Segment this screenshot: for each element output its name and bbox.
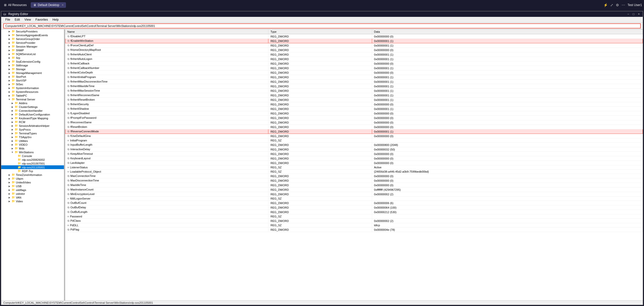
tree-item-StillImage[interactable]: ▶📁StillImage [1, 63, 64, 67]
tree-item-rdp-sxs201007001[interactable]: 📁rdp-sxs201007001 [1, 162, 64, 165]
expand-icon[interactable]: ⤢ [610, 3, 613, 7]
tree-item-SQMServiceList[interactable]: ▶📁SQMServiceList [1, 52, 64, 56]
tree-item-SystemResources[interactable]: ▶📁SystemResources [1, 90, 64, 94]
power-icon[interactable]: ⚡ [603, 3, 608, 7]
expand-icon-SystemResources[interactable]: ▶ [7, 91, 11, 93]
table-row[interactable]: ≡PdDLLREG_SZtdtcp [65, 223, 643, 227]
expand-icon-TabletPC[interactable]: ▶ [7, 94, 11, 97]
tree-item-rdp-sxs201105001[interactable]: 📁rdp-sxs201105001 [1, 165, 64, 169]
expand-icon-StorageManagement[interactable]: ▶ [7, 72, 11, 74]
expand-icon-TSAppSrv[interactable]: ▶ [10, 136, 14, 138]
expand-icon-DefaultUserConfiguration[interactable]: ▶ [10, 113, 14, 116]
tree-item-SessionManager[interactable]: ▶📁Session Manager [1, 45, 64, 48]
table-row[interactable]: ⧉fReconnectSameREG_DWORD0x00000000 (0) [65, 120, 643, 125]
expand-icon-UnitedVideo[interactable]: ▶ [7, 181, 11, 184]
tree-item-SecurityProviders[interactable]: ▶📁SecurityProviders [1, 29, 64, 33]
tree-item-TabletPC[interactable]: ▶📁TabletPC [1, 94, 64, 97]
expand-icon-ConnectionHandler[interactable]: ▶ [10, 109, 14, 112]
expand-icon-Storage[interactable]: ▶ [7, 68, 11, 70]
expand-icon-ServiceAggregatedEvents[interactable]: ▶ [7, 34, 11, 36]
table-row[interactable]: ⧉fEnableWinStationREG_DWORD0x00000001 (1… [65, 39, 643, 43]
expand-icon-Addins[interactable]: ▶ [10, 102, 14, 104]
table-row[interactable]: ⧉fInheritInitialProgramREG_DWORD0x000000… [65, 75, 643, 80]
expand-icon-Utilities[interactable]: ▶ [10, 140, 14, 142]
more-icon[interactable]: ⋯ [622, 3, 625, 7]
expand-icon-SNMP[interactable]: ▶ [7, 49, 11, 52]
tree-item-UnitedVideo[interactable]: ▶📁UnitedVideo [1, 180, 64, 184]
menubar-item-file[interactable]: File [3, 17, 12, 22]
expand-icon-Ubpm[interactable]: ▶ [7, 177, 11, 180]
table-row[interactable]: ⧉OutBufCountREG_DWORD0x00000006 (6) [65, 201, 643, 205]
menubar-item-favorites[interactable]: Favorites [33, 17, 50, 22]
tree-item-StSec[interactable]: ▶📁StSec [1, 82, 64, 86]
tree-item-Addins[interactable]: ▶📁Addins [1, 101, 64, 105]
table-row[interactable]: ⧉KeyboardLayoutREG_DWORD0x00000000 (0) [65, 156, 643, 161]
tree-item-SrpExtensionConfig[interactable]: ▶📁SrpExtensionConfig [1, 60, 64, 63]
expand-icon-SecurityProviders[interactable]: ▶ [7, 30, 11, 33]
tree-item-VAN[interactable]: ▶📁VAN [1, 196, 64, 199]
expand-icon-Video[interactable]: ▶ [7, 200, 11, 203]
table-row[interactable]: ⧉MaxInstanceCountREG_DWORD0xffffffff (42… [65, 187, 643, 192]
tree-item-ServiceProvider[interactable]: ▶📁ServiceProvider [1, 41, 64, 45]
tree-item-Wds[interactable]: ▶📁Wds [1, 146, 64, 150]
tree-item-USB[interactable]: ▶📁USB [1, 184, 64, 188]
table-row[interactable]: ⧉fHomeDirectoryMapRootREG_DWORD0x0000000… [65, 48, 643, 52]
tree-item-Console[interactable]: 📁Console [1, 154, 64, 158]
table-row[interactable]: ≡InitialProgramREG_SZ [65, 138, 643, 143]
tree-item-Ubpm[interactable]: ▶📁Ubpm [1, 177, 64, 180]
table-row[interactable]: ⧉fInheritReconnectSameREG_DWORD0x0000000… [65, 93, 643, 98]
tree-item-TimeZoneInformation[interactable]: ▶📁TimeZoneInformation [1, 173, 64, 177]
table-row[interactable]: ⧉InputBufferLengthREG_DWORD0x00000800 (2… [65, 143, 643, 147]
taskbar-tab-close[interactable]: × [62, 3, 63, 7]
tree-item-TerminalTypes[interactable]: ▶📁TerminalTypes [1, 131, 64, 135]
table-row[interactable]: ⧉fDisableLPTREG_DWORD0x00000000 (0) [65, 34, 643, 39]
tree-item-VIDEO[interactable]: ▶📁VIDEO [1, 143, 64, 146]
maximize-button[interactable]: □ [632, 12, 635, 16]
taskbar-tab-desktop[interactable]: 🖥 Default Desktop × [31, 2, 66, 8]
address-input[interactable] [3, 23, 641, 28]
tree-item-StorageManagement[interactable]: ▶📁StorageManagement [1, 71, 64, 75]
expand-icon-TimeZoneInformation[interactable]: ▶ [7, 174, 11, 176]
tree-item-TerminalServer[interactable]: ▼📁Terminal Server [1, 97, 64, 101]
table-row[interactable]: ⧉KeepAliveTimeoutREG_DWORD0x00000000 (0) [65, 152, 643, 156]
table-row[interactable]: ⧉LanAdapterREG_DWORD0x00000000 (0) [65, 161, 643, 165]
table-row[interactable]: ⧉fInheritColorDepthREG_DWORD0x00000000 (… [65, 70, 643, 75]
table-row[interactable]: ⧉fInheritShadowREG_DWORD0x00000001 (1) [65, 107, 643, 111]
expand-icon-WinStations[interactable]: ▼ [10, 151, 14, 154]
table-row[interactable]: ⧉fReverseConnectModeREG_DWORD0x00000001 … [65, 129, 643, 134]
expand-icon-Wds[interactable]: ▶ [10, 147, 14, 150]
tree-item-usbflags[interactable]: ▶📁usbflags [1, 188, 64, 192]
tree-item-ClusterSettings[interactable]: ▶📁ClusterSettings [1, 105, 64, 109]
expand-icon-SysProcs[interactable]: ▶ [10, 128, 14, 131]
expand-icon-ClusterSettings[interactable]: ▶ [10, 106, 14, 108]
table-row[interactable]: ⧉fInheritCallbackREG_DWORD0x00000000 (0) [65, 61, 643, 66]
table-row[interactable]: ⧉PdFlagREG_DWORD0x0000004e (78) [65, 227, 643, 232]
table-row[interactable]: ⧉MaxConnectionTimeREG_DWORD0x00000000 (0… [65, 174, 643, 178]
tree-item-Srp[interactable]: ▶📁Srp [1, 56, 64, 60]
close-button[interactable]: × [637, 12, 641, 16]
expand-icon-StSec[interactable]: ▶ [7, 83, 11, 86]
table-row[interactable]: ⧉fInheritAutoClientREG_DWORD0x00000001 (… [65, 52, 643, 57]
expand-icon-ServiceProvider[interactable]: ▶ [7, 42, 11, 44]
expand-icon-TerminalServer[interactable]: ▼ [7, 98, 11, 101]
settings-icon[interactable]: ⚙ [616, 3, 619, 7]
table-row[interactable]: ⧉fPromptForPasswordREG_DWORD0x00000000 (… [65, 116, 643, 120]
table-row[interactable]: ≡PasswordREG_SZ [65, 214, 643, 219]
tree-item-usbstor[interactable]: ▶📁usbstor [1, 192, 64, 196]
expand-icon-usbflags[interactable]: ▶ [7, 189, 11, 191]
tree-item-SystemInformation[interactable]: ▶📁SystemInformation [1, 86, 64, 90]
table-row[interactable]: ⧉fUseDefaultGinaREG_DWORD0x00000000 (0) [65, 134, 643, 138]
table-row[interactable]: ⧉fInheritMaxDisconnectionTimeREG_DWORD0x… [65, 80, 643, 84]
expand-icon-SystemInformation[interactable]: ▶ [7, 87, 11, 89]
table-row[interactable]: ⧉fLogonDisabledREG_DWORD0x00000000 (0) [65, 111, 643, 116]
expand-icon-SQMServiceList[interactable]: ▶ [7, 53, 11, 55]
table-row[interactable]: ⧉fInheritSecurityREG_DWORD0x00000000 (0) [65, 102, 643, 107]
table-row[interactable]: ⧉fResetBrokenREG_DWORD0x00000000 (0) [65, 125, 643, 129]
tree-item-Utilities[interactable]: ▶📁Utilities [1, 139, 64, 143]
table-row[interactable]: ⧉InteractiveDelayREG_DWORD0x00000032 (50… [65, 147, 643, 152]
tree-item-ServiceAggregatedEvents[interactable]: ▶📁ServiceAggregatedEvents [1, 33, 64, 37]
expand-icon-Srp[interactable]: ▶ [7, 57, 11, 59]
tree-item-TSAppSrv[interactable]: ▶📁TSAppSrv [1, 135, 64, 139]
table-row[interactable]: ⧉fInheritMaxSessionTimeREG_DWORD0x000000… [65, 89, 643, 93]
taskbar-start[interactable]: ⊞ All Resources [2, 2, 29, 8]
